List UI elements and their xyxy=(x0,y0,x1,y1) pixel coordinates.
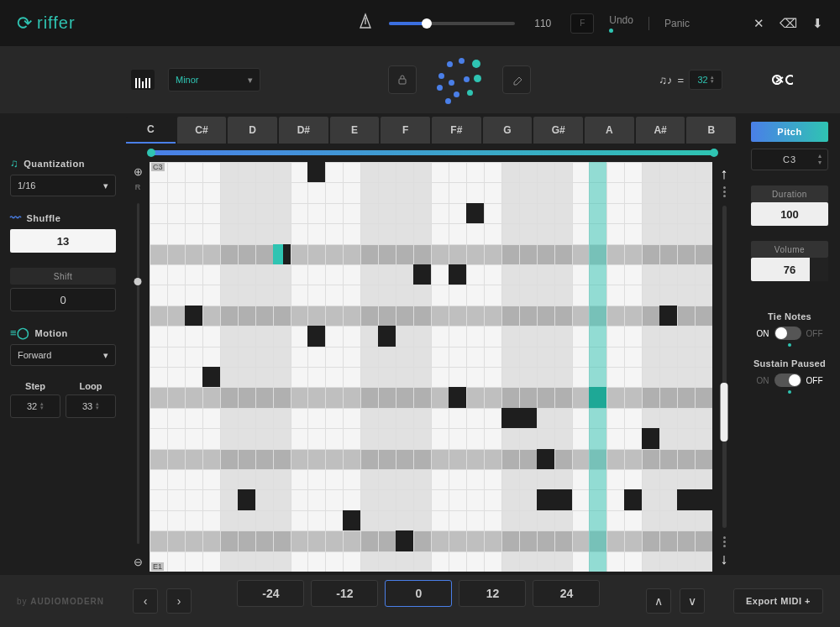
panic-button[interactable]: Panic xyxy=(664,18,690,29)
bottom-bar: by AUDIOMODERN ‹ › -24-1201224 ∧ ∨ Expor… xyxy=(0,575,840,627)
logo: ⟳ riffer xyxy=(17,13,76,34)
scroll-column: ↑ ↓ xyxy=(712,162,736,572)
zoom-out-icon[interactable]: ⊖ xyxy=(134,556,143,568)
wave-icon: 〰 xyxy=(10,212,22,224)
step-label: Step xyxy=(10,381,60,391)
shift-label: Shift xyxy=(10,268,116,285)
note-tab-E[interactable]: E xyxy=(330,117,380,144)
octave-label-bottom: E1 xyxy=(151,562,164,571)
metronome-icon[interactable] xyxy=(357,13,374,34)
zoom-in-icon[interactable]: ⊕ xyxy=(134,165,143,178)
scroll-down-icon[interactable]: ↓ xyxy=(721,551,728,568)
octave-button[interactable]: -12 xyxy=(311,580,378,607)
steps-input[interactable]: 32 ▴▾ xyxy=(689,70,722,90)
note-tab-Fsharp[interactable]: F# xyxy=(432,117,481,144)
shuffle-label: Shuffle xyxy=(27,213,61,223)
tempo-key-box[interactable]: F xyxy=(570,13,594,34)
brand: by AUDIOMODERN xyxy=(17,597,104,606)
quantization-select[interactable]: 1/16▾ xyxy=(10,175,116,196)
range-slider[interactable] xyxy=(151,150,714,155)
randomize-button[interactable] xyxy=(430,55,489,105)
octave-label-top: C3 xyxy=(151,163,165,171)
pitch-select[interactable]: C3▴▾ xyxy=(751,149,828,170)
logo-icon: ⟳ xyxy=(17,13,32,34)
octave-up-button[interactable]: ∧ xyxy=(646,588,671,614)
next-button[interactable]: › xyxy=(166,588,192,614)
quantization-label: Quantization xyxy=(24,159,85,169)
octave-button[interactable]: -24 xyxy=(237,580,304,607)
vertical-scrollbar[interactable] xyxy=(722,206,727,528)
right-panel: Pitch C3▴▾ Duration 100 Volume 76 Tie No… xyxy=(739,113,840,575)
loop-input[interactable]: 33▴▾ xyxy=(66,394,116,418)
center-panel: CC#DD#EFF#GG#AA#B ⊕ R ⊖ C3 E1 ↑ xyxy=(126,113,739,575)
steps-display: ♫♪ = 32 ▴▾ xyxy=(659,70,722,90)
note-tab-D[interactable]: D xyxy=(228,117,277,144)
undo-button[interactable]: Undo xyxy=(609,14,633,26)
note-tab-Csharp[interactable]: C# xyxy=(177,117,227,144)
lock-button[interactable] xyxy=(388,65,417,94)
piano-roll-grid[interactable]: C3 E1 xyxy=(150,162,712,572)
motion-select[interactable]: Forward▾ xyxy=(10,344,116,366)
note-tab-Asharp[interactable]: A# xyxy=(636,117,685,144)
volume-input[interactable]: 76 xyxy=(751,258,828,281)
motion-icon: ≡◯ xyxy=(10,327,30,339)
pitch-tab[interactable]: Pitch xyxy=(751,122,828,142)
app-name: riffer xyxy=(37,13,76,33)
sustain-toggle[interactable] xyxy=(774,374,801,387)
eraser-button[interactable] xyxy=(502,65,531,94)
octave-button[interactable]: 12 xyxy=(459,580,526,607)
shuffle-input[interactable]: 13 xyxy=(10,229,116,253)
scale-select[interactable]: Minor▾ xyxy=(168,68,260,91)
zoom-column: ⊕ R ⊖ xyxy=(126,162,150,572)
sustain-label: Sustain Paused xyxy=(751,358,828,368)
download-icon[interactable]: ⬇ xyxy=(812,16,823,31)
note-icon: ♫♪ xyxy=(659,74,672,86)
note-tab-A[interactable]: A xyxy=(585,117,634,144)
tie-notes-toggle[interactable] xyxy=(774,327,801,340)
keyboard-icon[interactable] xyxy=(131,70,155,90)
note-tab-Dsharp[interactable]: D# xyxy=(279,117,328,144)
octave-down-button[interactable]: ∨ xyxy=(680,588,705,614)
note-tab-C[interactable]: C xyxy=(126,117,176,144)
shift-input[interactable]: 0 xyxy=(10,288,116,311)
octave-button[interactable]: 0 xyxy=(385,580,452,607)
export-midi-button[interactable]: Export MIDI + xyxy=(733,588,823,614)
step-input[interactable]: 32▴▾ xyxy=(10,394,60,418)
duration-input[interactable]: 100 xyxy=(751,202,828,226)
note-tab-G[interactable]: G xyxy=(483,117,533,144)
note-icon: ♫ xyxy=(10,157,18,170)
note-tab-B[interactable]: B xyxy=(686,117,736,144)
volume-label: Volume xyxy=(751,241,828,258)
duration-label: Duration xyxy=(751,185,828,202)
zoom-slider[interactable] xyxy=(137,203,139,544)
loop-label: Loop xyxy=(66,381,116,391)
collapse-icon[interactable]: ✕ xyxy=(753,16,764,31)
note-tab-F[interactable]: F xyxy=(381,117,430,144)
prev-button[interactable]: ‹ xyxy=(133,588,158,614)
top-bar: ⟳ riffer 110 F Undo Panic ✕ ⌫ ⬇ xyxy=(0,0,840,46)
root-note-tabs: CC#DD#EFF#GG#AA#B xyxy=(126,117,739,144)
octave-button[interactable]: 24 xyxy=(533,580,600,607)
tie-notes-label: Tie Notes xyxy=(751,311,828,321)
left-panel: ♫Quantization 1/16▾ 〰Shuffle 13 Shift 0 … xyxy=(0,113,126,575)
infinity-button[interactable] xyxy=(766,67,793,93)
svg-rect-0 xyxy=(399,79,406,84)
reset-zoom[interactable]: R xyxy=(135,183,141,191)
scroll-up-icon[interactable]: ↑ xyxy=(721,165,728,183)
tempo-slider[interactable] xyxy=(389,22,515,25)
toolbar: Minor▾ ♫♪ = 32 ▴▾ xyxy=(0,46,840,113)
note-tab-Gsharp[interactable]: G# xyxy=(533,117,583,144)
tempo-value[interactable]: 110 xyxy=(530,18,555,29)
motion-label: Motion xyxy=(35,328,68,338)
erase-icon[interactable]: ⌫ xyxy=(780,16,797,31)
